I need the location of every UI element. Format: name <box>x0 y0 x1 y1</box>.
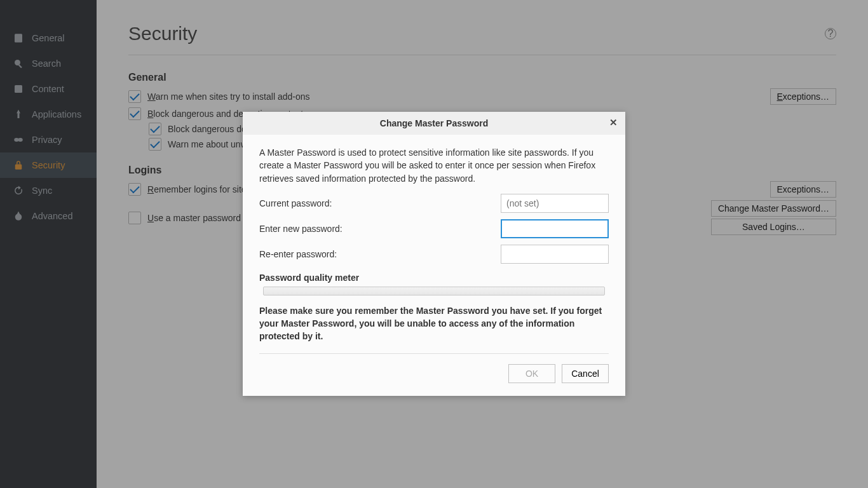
change-master-password-dialog: Change Master Password ✕ A Master Passwo… <box>243 112 625 396</box>
new-password-input[interactable] <box>501 219 609 238</box>
reenter-password-label: Re-enter password: <box>259 249 337 259</box>
new-password-row: Enter new password: <box>259 219 609 238</box>
new-password-label: Enter new password: <box>259 224 342 234</box>
dialog-intro-text: A Master Password is used to protect sen… <box>259 146 609 185</box>
cancel-button[interactable]: Cancel <box>562 364 609 383</box>
password-meter-label: Password quality meter <box>259 273 609 283</box>
ok-button: OK <box>508 364 555 383</box>
close-icon[interactable]: ✕ <box>605 114 621 131</box>
dialog-actions: OK Cancel <box>259 364 609 383</box>
dialog-body: A Master Password is used to protect sen… <box>243 135 625 396</box>
current-password-label: Current password: <box>259 198 332 208</box>
modal-overlay: Change Master Password ✕ A Master Passwo… <box>0 0 868 488</box>
current-password-row: Current password: <box>259 194 609 213</box>
password-quality-meter <box>263 287 605 295</box>
current-password-input <box>501 194 609 213</box>
reenter-password-row: Re-enter password: <box>259 245 609 264</box>
dialog-title: Change Master Password <box>380 118 488 128</box>
dialog-warning-text: Please make sure you remember the Master… <box>259 304 609 354</box>
reenter-password-input[interactable] <box>501 245 609 264</box>
dialog-header: Change Master Password ✕ <box>243 112 625 135</box>
